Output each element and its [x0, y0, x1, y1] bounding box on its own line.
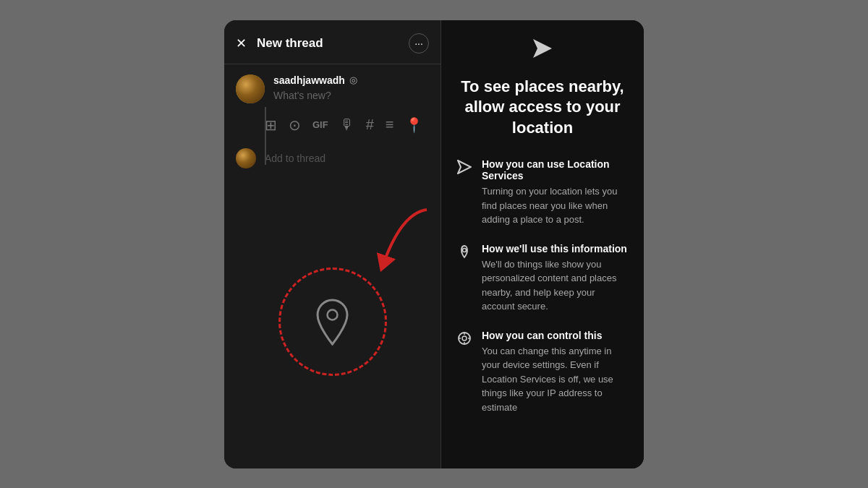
red-arrow	[358, 206, 438, 275]
emoji-icon[interactable]: ⊞	[265, 116, 277, 134]
app-container: ✕ New thread ··· saadhjawwadh ◎ What's n…	[224, 20, 644, 468]
user-row: saadhjawwadh ◎ What's new?	[224, 64, 441, 109]
pin-wrapper	[278, 267, 387, 376]
gif-icon[interactable]: GIF	[312, 119, 328, 130]
left-panel: ✕ New thread ··· saadhjawwadh ◎ What's n…	[224, 20, 441, 468]
info-heading-location-services: How you can use Location Services	[482, 158, 628, 181]
list-icon[interactable]: ≡	[386, 116, 394, 133]
svg-marker-2	[533, 39, 552, 58]
more-icon: ···	[414, 38, 423, 49]
close-icon[interactable]: ✕	[236, 35, 247, 51]
header-left: ✕ New thread	[236, 35, 323, 51]
location-toolbar-icon[interactable]: 📍	[405, 116, 423, 134]
info-heading-control: How you can control this	[482, 330, 628, 341]
location-services-icon	[457, 160, 472, 178]
post-placeholder[interactable]: What's new?	[273, 90, 331, 101]
svg-point-1	[328, 309, 338, 320]
svg-point-4	[463, 248, 467, 252]
control-icon	[457, 331, 472, 349]
svg-marker-3	[458, 160, 471, 174]
info-item-location-services: How you can use Location Services Turnin…	[457, 158, 628, 227]
more-options-button[interactable]: ···	[409, 33, 429, 53]
info-content-information-use: How we'll use this information We'll do …	[482, 243, 628, 314]
info-content-location-services: How you can use Location Services Turnin…	[482, 158, 628, 227]
info-item-information-use: How we'll use this information We'll do …	[457, 243, 628, 314]
thread-line	[265, 107, 266, 165]
avatar	[236, 74, 265, 103]
info-heading-information-use: How we'll use this information	[482, 243, 628, 254]
location-header-area	[457, 38, 628, 64]
dashed-circle	[278, 267, 387, 376]
avatar-image	[236, 74, 265, 103]
info-body-information-use: We'll do things like show you personaliz…	[482, 257, 628, 314]
toolbar: ⊞ ⊙ GIF 🎙 # ≡ 📍	[224, 109, 441, 141]
small-avatar	[236, 148, 256, 168]
info-body-location-services: Turning on your location lets you find p…	[482, 184, 628, 227]
send-icon	[532, 38, 553, 59]
location-area	[224, 176, 441, 468]
info-body-control: You can change this anytime in your devi…	[482, 344, 628, 415]
mic-icon[interactable]: 🎙	[340, 116, 354, 133]
header-title: New thread	[257, 36, 323, 51]
info-content-control: How you can control this You can change …	[482, 330, 628, 415]
location-permission-title: To see places nearby, allow access to yo…	[457, 77, 628, 139]
right-panel: To see places nearby, allow access to yo…	[441, 20, 644, 468]
add-to-thread-text[interactable]: Add to thread	[265, 153, 326, 164]
add-to-thread-row: Add to thread	[224, 141, 441, 176]
hashtag-icon[interactable]: #	[366, 116, 374, 133]
info-item-control: How you can control this You can change …	[457, 330, 628, 415]
verified-icon: ◎	[349, 74, 357, 85]
camera-icon[interactable]: ⊙	[289, 116, 301, 134]
information-use-icon	[457, 244, 472, 262]
header: ✕ New thread ···	[224, 20, 441, 64]
user-info: saadhjawwadh ◎ What's new?	[273, 74, 429, 102]
username-row: saadhjawwadh ◎	[273, 74, 429, 86]
svg-point-6	[462, 336, 467, 341]
pin-svg	[312, 299, 352, 346]
username: saadhjawwadh	[273, 74, 345, 86]
